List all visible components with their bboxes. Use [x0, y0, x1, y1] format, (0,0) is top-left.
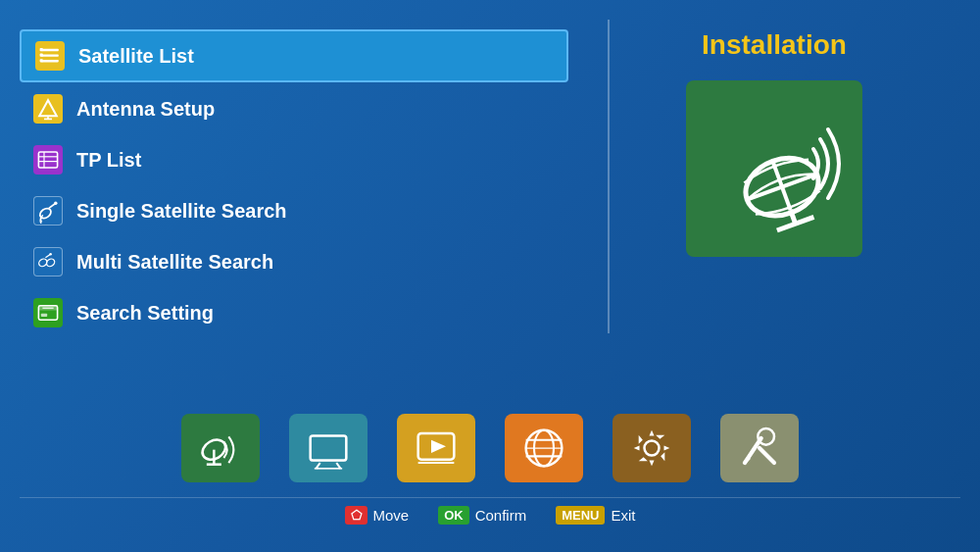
satellite-list-label: Satellite List — [78, 45, 194, 68]
svg-rect-32 — [311, 436, 347, 461]
footer-exit: MENU Exit — [556, 506, 635, 525]
tp-list-label: TP List — [76, 149, 141, 172]
antenna-setup-icon — [33, 94, 63, 124]
menu-item-tp-list[interactable]: TP List — [20, 135, 568, 184]
svg-marker-38 — [431, 440, 446, 453]
svg-rect-3 — [40, 48, 43, 51]
divider — [608, 20, 610, 333]
svg-rect-5 — [40, 59, 43, 62]
ok-key-indicator: OK — [438, 506, 469, 525]
single-satellite-search-label: Single Satellite Search — [76, 200, 287, 223]
move-label: Move — [373, 507, 410, 524]
main-container: Satellite List Antenna Setup — [0, 0, 980, 552]
svg-point-19 — [49, 253, 52, 256]
svg-point-15 — [54, 201, 57, 204]
menu-item-single-satellite-search[interactable]: Single Satellite Search — [20, 186, 568, 235]
media-btn[interactable] — [397, 414, 475, 482]
svg-line-48 — [760, 448, 774, 463]
svg-point-17 — [45, 258, 56, 269]
installation-title: Installation — [702, 29, 847, 61]
svg-rect-23 — [41, 314, 47, 317]
antenna-setup-label: Antenna Setup — [76, 98, 215, 121]
single-satellite-search-icon — [33, 196, 63, 226]
svg-rect-1 — [41, 54, 59, 56]
right-panel: Installation — [588, 20, 960, 404]
footer-bar: ⬠ Move OK Confirm MENU Exit — [20, 497, 960, 532]
footer-confirm: OK Confirm — [438, 506, 526, 525]
menu-item-antenna-setup[interactable]: Antenna Setup — [20, 84, 568, 133]
satellite-list-icon — [35, 41, 65, 71]
svg-rect-0 — [41, 49, 59, 51]
satellite-preview-image — [686, 80, 862, 257]
internet-btn[interactable] — [505, 414, 583, 482]
move-key-indicator: ⬠ — [345, 506, 368, 525]
footer-move: ⬠ Move — [345, 506, 410, 525]
satellite-btn[interactable] — [181, 414, 260, 482]
top-section: Satellite List Antenna Setup — [20, 20, 960, 404]
svg-point-45 — [645, 441, 660, 456]
search-setting-label: Search Setting — [76, 302, 214, 325]
exit-label: Exit — [611, 507, 635, 524]
svg-rect-2 — [41, 60, 59, 62]
settings-btn[interactable] — [612, 414, 691, 482]
menu-panel: Satellite List Antenna Setup — [20, 20, 568, 404]
bottom-icons-row — [20, 404, 960, 492]
svg-rect-9 — [38, 152, 57, 168]
multi-satellite-search-icon — [33, 247, 63, 276]
svg-marker-6 — [39, 100, 57, 116]
svg-rect-4 — [40, 54, 43, 57]
menu-key-indicator: MENU — [556, 506, 605, 525]
search-setting-icon — [33, 298, 63, 327]
menu-item-satellite-list[interactable]: Satellite List — [20, 29, 568, 82]
menu-item-search-setting[interactable]: Search Setting — [20, 288, 568, 337]
multi-satellite-search-label: Multi Satellite Search — [76, 251, 273, 274]
menu-item-multi-satellite-search[interactable]: Multi Satellite Search — [20, 237, 568, 286]
svg-line-34 — [336, 463, 340, 469]
confirm-label: Confirm — [475, 507, 527, 524]
svg-line-33 — [317, 463, 320, 469]
tv-btn[interactable] — [289, 414, 368, 482]
tp-list-icon — [33, 145, 63, 175]
tools-btn[interactable] — [720, 414, 799, 482]
